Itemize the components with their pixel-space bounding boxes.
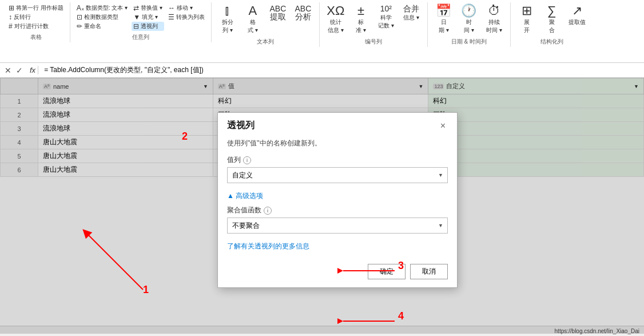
count-rows-btn[interactable]: # 对行进行计数 [7, 22, 65, 31]
standard-icon: ± [357, 5, 364, 17]
accept-formula-btn[interactable]: ✓ [15, 66, 24, 75]
detect-type-btn[interactable]: ⊡ 检测数据类型 [75, 13, 129, 22]
modal-header: 透视列 × [218, 113, 457, 136]
aggregate-select-wrapper: 不要聚合 计数 计数(非空白) 最小值 最大值 中值 求和 平均值 [227, 218, 448, 234]
split-label: 拆分列 ▾ [222, 18, 233, 34]
to-list-label: 转换为列表 [176, 13, 205, 21]
fill-label: 填充 ▾ [142, 13, 158, 21]
to-list-icon: ☰ [168, 13, 174, 21]
standard-btn[interactable]: ± 标准 ▾ [349, 3, 372, 35]
extract2-label: 提取值 [569, 18, 586, 26]
data-type-btn[interactable]: Aₓ 数据类型: 文本 ▾ [75, 3, 129, 13]
reverse-label: 反转行 [14, 13, 31, 21]
ribbon-group-text-col: ⫿ 拆分列 ▾ A 格式 ▾ ABC提取 ABC分析 文本列 [214, 2, 320, 47]
cancel-button[interactable]: 取消 [410, 264, 448, 279]
pivot-dialog: 透视列 × 使用列"值"中的名称创建新列。 值列 i 自定义 ▲ 高级选项 聚合… [217, 112, 458, 288]
move-btn[interactable]: ↔ 移动 ▾ [166, 3, 206, 13]
ok-button[interactable]: 确定 [368, 264, 406, 279]
first-row-btn[interactable]: ⊞ 将第一行 用作标题 [7, 3, 65, 13]
pivot-icon: ⊟ [133, 22, 139, 30]
info2-btn[interactable]: 合并 信息 ▾ [400, 3, 423, 23]
split-btn[interactable]: ⫿ 拆分列 ▾ [216, 3, 239, 35]
formula-bar: ✕ ✓ fx = Table.AddColumn(更改的类型, "自定义", e… [0, 63, 644, 78]
fill-icon: ▼ [133, 13, 140, 21]
table-icon: ⊞ [9, 4, 14, 12]
value-col-label-text: 值列 [227, 155, 241, 165]
expand-label: 展开 [524, 18, 530, 34]
aggregate-label: 聚合 [549, 18, 555, 34]
stats-icon: XΩ [327, 5, 344, 17]
agg-icon: ∑ [547, 5, 556, 17]
rename-label: 重命名 [84, 22, 101, 30]
value-col-select-wrapper: 自定义 [227, 167, 448, 183]
time-btn[interactable]: 🕐 时间 ▾ [458, 3, 480, 35]
extract-icon: ABC提取 [270, 5, 287, 21]
value-col-select[interactable]: 自定义 [227, 167, 448, 183]
extract-btn[interactable]: ABC提取 [267, 3, 289, 23]
time-label: 时间 ▾ [464, 18, 474, 34]
count-rows-label: 对行进行计数 [14, 22, 49, 30]
cancel-formula-btn[interactable]: ✕ [3, 66, 13, 75]
extract2-btn[interactable]: ↗ 提取值 [566, 3, 589, 27]
rename-btn[interactable]: ✏ 重命名 [75, 22, 129, 31]
ribbon-group-table: ⊞ 将第一行 用作标题 ↕ 反转行 # 对行进行计数 表格 [5, 2, 70, 42]
advanced-toggle[interactable]: ▲ 高级选项 [227, 191, 448, 201]
info2-icon: 合并 [403, 5, 419, 13]
pivot-label: 透视列 [141, 22, 158, 30]
ribbon: ⊞ 将第一行 用作标题 ↕ 反转行 # 对行进行计数 表格 Aₓ 数据类型: [0, 0, 644, 63]
time-icon: 🕐 [461, 5, 476, 17]
duration-btn[interactable]: ⏱ 持续时间 ▾ [483, 3, 506, 35]
date-col-items: 📅 日期 ▾ 🕐 时间 ▾ ⏱ 持续时间 ▾ [432, 3, 506, 35]
standard-label: 标准 ▾ [356, 18, 366, 34]
move-icon: ↔ [168, 4, 175, 12]
replace-btn[interactable]: ⇄ 替换值 ▾ [132, 3, 164, 13]
ribbon-group-any-col: Aₓ 数据类型: 文本 ▾ ⊡ 检测数据类型 ✏ 重命名 ⇄ 替换值 ▾ [73, 2, 212, 42]
struct-col-items: ⊞ 展开 ∑ 聚合 ↗ 提取值 [515, 3, 589, 35]
sci-icon: 10² [380, 5, 392, 13]
format-btn[interactable]: A 格式 ▾ [241, 3, 264, 35]
replace-label: 替换值 ▾ [141, 4, 162, 12]
ribbon-group-date-col: 📅 日期 ▾ 🕐 时间 ▾ ⏱ 持续时间 ▾ 日期 & 时间列 [430, 2, 511, 47]
aggregate-btn[interactable]: ∑ 聚合 [540, 3, 563, 35]
text-col-label: 文本列 [257, 38, 274, 46]
count-icon: # [9, 22, 13, 30]
num-col-items: XΩ 统计信息 ▾ ± 标准 ▾ 10² 科学记数 ▾ 合并 信息 ▾ [324, 3, 423, 35]
expand-btn[interactable]: ⊞ 展开 [515, 3, 538, 35]
date-label: 日期 ▾ [439, 18, 449, 34]
modal-close-btn[interactable]: × [438, 121, 448, 131]
duration-icon: ⏱ [488, 5, 500, 17]
date-icon: 📅 [436, 5, 451, 17]
any-col-items: Aₓ 数据类型: 文本 ▾ ⊡ 检测数据类型 ✏ 重命名 ⇄ 替换值 ▾ [75, 3, 206, 31]
move-label: 移动 ▾ [177, 4, 193, 12]
first-row-label: 将第一行 用作标题 [16, 4, 63, 12]
detect-icon: ⊡ [77, 13, 82, 21]
sci-btn[interactable]: 10² 科学记数 ▾ [375, 3, 397, 31]
modal-body: 使用列"值"中的名称创建新列。 值列 i 自定义 ▲ 高级选项 聚合值函数 i [218, 136, 457, 258]
modal-description: 使用列"值"中的名称创建新列。 [227, 139, 448, 148]
reverse-icon: ↕ [9, 13, 12, 21]
learn-more-link[interactable]: 了解有关透视列的更多信息 [227, 242, 448, 251]
ribbon-table-buttons: ⊞ 将第一行 用作标题 ↕ 反转行 # 对行进行计数 [7, 3, 65, 31]
table-container: Aᴮ name ▼ Aᴮ 值 ▼ 123 [0, 78, 644, 334]
aggregate-label-text: 聚合值函数 [227, 205, 261, 215]
num-col-label: 编号列 [365, 38, 382, 46]
ribbon-group-struct-col: ⊞ 展开 ∑ 聚合 ↗ 提取值 结构化列 [513, 2, 593, 47]
text-col-items: ⫿ 拆分列 ▾ A 格式 ▾ ABC提取 ABC分析 [216, 3, 315, 35]
reverse-btn[interactable]: ↕ 反转行 [7, 13, 65, 22]
aggregate-field-label: 聚合值函数 i [227, 205, 448, 215]
replace-icon: ⇄ [133, 4, 139, 12]
parse-btn[interactable]: ABC分析 [292, 3, 315, 23]
value-col-field-label: 值列 i [227, 155, 448, 165]
stats-btn[interactable]: XΩ 统计信息 ▾ [324, 3, 347, 35]
advanced-section: ▲ 高级选项 聚合值函数 i 不要聚合 计数 计数(非空白) 最小值 最大值 中… [227, 191, 448, 234]
aggregate-info-icon: i [264, 207, 272, 215]
sci-label: 科学记数 ▾ [378, 14, 394, 30]
fill-btn[interactable]: ▼ 填充 ▾ [132, 13, 164, 22]
parse-icon: ABC分析 [295, 5, 312, 21]
pivot-btn[interactable]: ⊟ 透视列 [132, 22, 164, 31]
struct-col-label: 结构化列 [540, 38, 563, 46]
date-btn[interactable]: 📅 日期 ▾ [432, 3, 455, 35]
formula-text[interactable]: = Table.AddColumn(更改的类型, "自定义", each [值]… [44, 65, 641, 75]
to-list-btn[interactable]: ☰ 转换为列表 [166, 13, 206, 22]
aggregate-select[interactable]: 不要聚合 计数 计数(非空白) 最小值 最大值 中值 求和 平均值 [227, 218, 448, 234]
